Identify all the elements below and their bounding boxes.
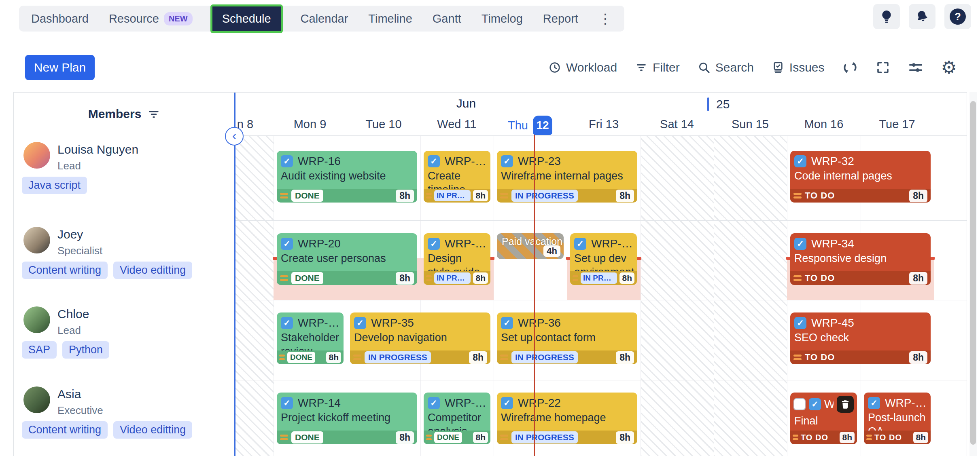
issues-button[interactable]: Issues <box>772 61 825 74</box>
task-checkbox[interactable]: ✓ <box>809 398 821 410</box>
task-checkbox[interactable]: ✓ <box>574 238 586 250</box>
priority-medium-icon <box>280 275 288 281</box>
task-checkbox[interactable]: ✓ <box>281 317 293 329</box>
current-day-line <box>534 134 535 456</box>
member-row-louisa[interactable]: Louisa Nguyen Lead Java script <box>14 135 234 220</box>
tab-dashboard[interactable]: Dashboard <box>31 12 89 25</box>
task-card-wrp-23[interactable]: ✓WRP-23 Wireframe internal pages IN PROG… <box>497 151 637 203</box>
check-icon: ✓ <box>811 399 819 409</box>
more-menu-icon[interactable]: ⋮ <box>598 12 612 25</box>
members-filter-icon[interactable] <box>148 108 160 120</box>
task-title: Responsive design <box>790 250 931 266</box>
task-card-wrp-48[interactable]: ✓WRP-48 Post-launch QA TO DO8h <box>864 393 931 444</box>
scrollbar-thumb[interactable] <box>970 101 976 445</box>
collapse-panel-button[interactable]: ‹ <box>225 127 244 146</box>
priority-medium-icon <box>426 193 432 198</box>
task-card-wrp-16[interactable]: ✓WRP-16 Audit existing website DONE8h <box>277 151 417 203</box>
task-checkbox[interactable]: ✓ <box>428 155 440 167</box>
check-icon: ✓ <box>503 318 511 328</box>
search-button[interactable]: Search <box>698 61 754 74</box>
tab-report[interactable]: Report <box>543 12 578 25</box>
task-checkbox[interactable]: ✓ <box>501 397 513 409</box>
column-line <box>714 135 714 456</box>
settings-button[interactable]: ⚙ <box>941 59 957 76</box>
tab-timeline[interactable]: Timeline <box>368 12 412 25</box>
member-role: Lead <box>57 324 81 337</box>
priority-medium-icon <box>793 435 798 440</box>
task-checkbox[interactable]: ✓ <box>868 397 880 409</box>
task-card-final-content-load[interactable]: ✓ W... Final content load TO DO8h <box>790 393 857 444</box>
tab-gantt[interactable]: Gantt <box>433 12 461 25</box>
task-card-wrp-22[interactable]: ✓WRP-22 Wireframe homepage IN PROGRESS8h <box>497 393 637 444</box>
task-checkbox[interactable]: ✓ <box>794 317 806 329</box>
task-checkbox[interactable]: ✓ <box>281 155 293 167</box>
vacation-block[interactable]: Paid vacation 4h <box>497 233 564 259</box>
task-checkbox[interactable]: ✓ <box>281 397 293 409</box>
check-icon: ✓ <box>797 239 804 249</box>
tab-report-label: Report <box>543 12 578 25</box>
search-label: Search <box>715 61 754 74</box>
priority-medium-icon <box>280 435 288 440</box>
priority-medium-icon <box>866 435 872 440</box>
filter-button[interactable]: Filter <box>635 61 680 74</box>
hours-badge: 8h <box>840 432 855 443</box>
view-settings-button[interactable] <box>908 60 923 75</box>
task-card-wrp-24[interactable]: ✓WRP-24 Design style guide IN PRO...8h <box>424 233 490 285</box>
help-button[interactable]: ? <box>944 4 971 29</box>
task-card-wrp-30[interactable]: ✓WRP-30 Set up dev environment IN PRO...… <box>570 233 637 285</box>
task-checkbox[interactable]: ✓ <box>794 155 806 167</box>
task-card-wrp-27[interactable]: ✓WRP-27 Stakeholder review DONE8h <box>277 312 344 364</box>
task-card-wrp-19[interactable]: ✓WRP-19 Competitor analysis DONE8h <box>424 393 490 444</box>
task-checkbox[interactable]: ✓ <box>428 238 440 250</box>
help-glyph: ? <box>955 11 961 23</box>
member-tags: SAP Python <box>22 341 109 359</box>
member-row-joey[interactable]: Joey Specialist Content writing Video ed… <box>14 220 234 300</box>
tab-resource-label: Resource <box>109 12 159 25</box>
task-card-wrp-32[interactable]: ✓WRP-32 Code internal pages TO DO8h <box>790 151 931 203</box>
tab-calendar[interactable]: Calendar <box>301 12 348 25</box>
members-panel: Members Louisa Nguyen Lead Java script J… <box>14 93 234 456</box>
task-card-wrp-36[interactable]: ✓WRP-36 Set up contact form IN PROGRESS8… <box>497 312 637 364</box>
weekend-shade-sat14 <box>641 135 714 456</box>
new-plan-button[interactable]: New Plan <box>25 55 95 80</box>
task-checkbox[interactable]: ✓ <box>501 155 513 167</box>
status-badge: TO DO <box>805 352 835 363</box>
member-row-chloe[interactable]: Chloe Lead SAP Python <box>14 300 234 380</box>
skill-tag: Video editting <box>113 421 192 439</box>
sync-button[interactable] <box>842 60 858 75</box>
task-card-wrp-18[interactable]: ✓WRP-18 Create timeline IN PRO...8h <box>424 151 490 203</box>
task-checkbox[interactable]: ✓ <box>501 317 513 329</box>
task-card-wrp-34[interactable]: ✓WRP-34 Responsive design TO DO8h <box>790 233 931 285</box>
priority-medium-icon <box>500 435 508 440</box>
workload-label: Workload <box>566 61 617 74</box>
status-badge: IN PROGRESS <box>511 351 578 363</box>
hours-badge: 8h <box>913 432 928 443</box>
task-checkbox[interactable]: ✓ <box>354 317 366 329</box>
tab-dashboard-label: Dashboard <box>31 12 89 25</box>
task-card-wrp-14[interactable]: ✓WRP-14 Project kickoff meeting DONE8h <box>277 393 417 444</box>
tab-schedule[interactable]: Schedule <box>212 6 281 31</box>
trash-icon <box>840 399 851 410</box>
member-row-asia[interactable]: Asia Executive Content writing Video edi… <box>14 380 234 456</box>
fullscreen-button[interactable] <box>876 60 890 75</box>
priority-medium-icon <box>426 435 432 440</box>
tab-timelog[interactable]: Timelog <box>482 12 523 25</box>
task-card-wrp-45[interactable]: ✓WRP-45 SEO check TO DO8h <box>790 312 931 364</box>
task-title: Audit existing website <box>277 168 417 183</box>
task-checkbox[interactable]: ✓ <box>281 238 293 250</box>
notifications-button[interactable] <box>909 4 935 29</box>
task-card-wrp-20[interactable]: ✓WRP-20 Create user personas DONE8h <box>277 233 417 285</box>
filter-icon <box>635 61 648 74</box>
task-checkbox[interactable]: ✓ <box>428 397 440 409</box>
task-card-wrp-35[interactable]: ✓WRP-35 Develop navigation IN PROGRESS8h <box>350 312 490 364</box>
priority-medium-icon <box>280 193 288 198</box>
idea-button[interactable] <box>873 4 900 29</box>
select-checkbox[interactable] <box>793 398 806 410</box>
tab-resource[interactable]: Resource NEW <box>109 12 193 25</box>
delete-task-button[interactable] <box>837 396 854 413</box>
task-key: WRP-45 <box>811 317 854 329</box>
day-header-wed18: We <box>940 118 967 132</box>
workload-button[interactable]: Workload <box>548 61 617 74</box>
task-checkbox[interactable]: ✓ <box>794 238 806 250</box>
skill-tag: Java script <box>22 177 87 194</box>
